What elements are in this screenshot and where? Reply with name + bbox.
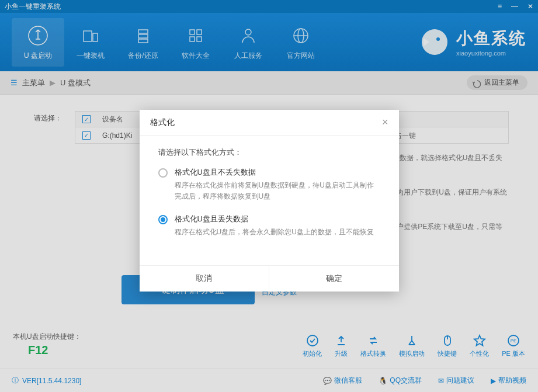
opt1-desc: 程序在格式化操作前将复制U盘数据到硬盘，待U盘启动工具制作完成后，程序将数据恢复… [175, 180, 380, 202]
modal-title: 格式化 [150, 117, 175, 128]
modal-prompt: 请选择以下格式化方式： [158, 147, 380, 158]
modal-backdrop: 格式化 × 请选择以下格式化方式： 格式化U盘且不丢失数据 程序在格式化操作前将… [0, 0, 538, 392]
opt1-title: 格式化U盘且不丢失数据 [175, 167, 380, 178]
format-option-keep-data[interactable]: 格式化U盘且不丢失数据 程序在格式化操作前将复制U盘数据到硬盘，待U盘启动工具制… [158, 167, 380, 202]
format-option-lose-data[interactable]: 格式化U盘且丢失数据 程序在格式化U盘后，将会永久删除您U盘上的数据，且不能恢复 [158, 214, 380, 238]
opt2-title: 格式化U盘且丢失数据 [175, 214, 374, 224]
modal-header: 格式化 × [140, 110, 399, 136]
ok-button[interactable]: 确定 [269, 266, 399, 292]
cancel-button[interactable]: 取消 [140, 266, 270, 292]
modal-close-icon[interactable]: × [382, 116, 388, 129]
format-modal: 格式化 × 请选择以下格式化方式： 格式化U盘且不丢失数据 程序在格式化操作前将… [140, 110, 399, 292]
opt2-desc: 程序在格式化U盘后，将会永久删除您U盘上的数据，且不能恢复 [175, 227, 374, 238]
radio-selected[interactable] [158, 215, 168, 224]
radio-unselected[interactable] [158, 168, 168, 178]
